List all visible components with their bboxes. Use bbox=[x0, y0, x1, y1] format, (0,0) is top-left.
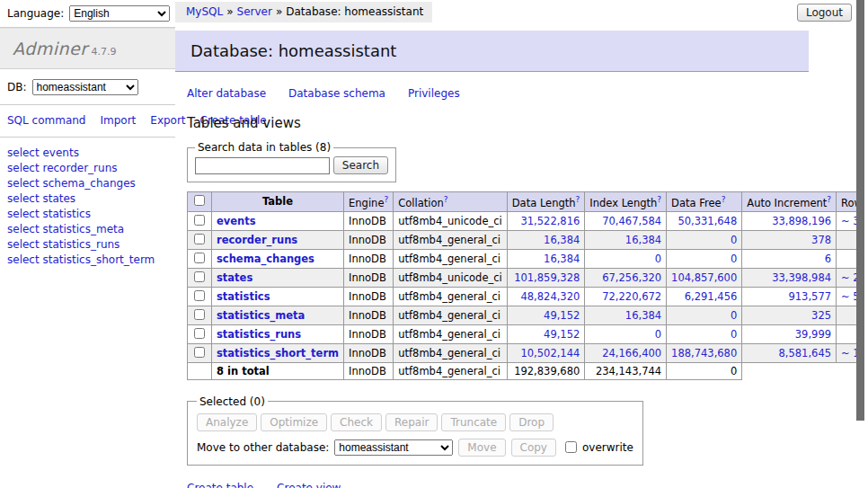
column-help-icon[interactable]: ? bbox=[827, 195, 831, 204]
db-label: DB: bbox=[7, 81, 27, 93]
sidebar-action-sql-command[interactable]: SQL command bbox=[7, 114, 85, 127]
data-free-cell: 6,291,456 bbox=[667, 287, 742, 306]
auto-increment-cell: 33,398,984 bbox=[742, 268, 837, 287]
column-help-icon[interactable]: ? bbox=[384, 195, 388, 204]
check-button[interactable]: Check bbox=[331, 413, 382, 431]
collation-cell: utf8mb4_general_ci bbox=[394, 306, 508, 324]
table-row: recorder_runsInnoDButf8mb4_general_ci16,… bbox=[188, 230, 868, 249]
table-link-schema_changes[interactable]: schema_changes bbox=[217, 253, 314, 265]
logout-button[interactable]: Logout bbox=[797, 4, 852, 22]
db-nav-alter-database[interactable]: Alter database bbox=[187, 87, 266, 100]
sidebar-select-events[interactable]: select events bbox=[7, 146, 175, 160]
row-checkbox[interactable] bbox=[194, 347, 205, 358]
selected-fieldset: Selected (0) AnalyzeOptimizeCheckRepairT… bbox=[187, 395, 643, 466]
collation-cell: utf8mb4_unicode_ci bbox=[394, 268, 508, 287]
row-checkbox[interactable] bbox=[194, 234, 205, 244]
table-link-events[interactable]: events bbox=[217, 215, 256, 227]
table-link-statistics_runs[interactable]: statistics_runs bbox=[217, 328, 301, 341]
search-button[interactable]: Search bbox=[333, 156, 388, 174]
auto-increment-cell: 913,577 bbox=[742, 287, 837, 306]
table-link-statistics_meta[interactable]: statistics_meta bbox=[217, 309, 305, 322]
breadcrumb-link-server[interactable]: Server bbox=[237, 5, 272, 18]
main-content: MySQL»Server»Database: homeassistant Log… bbox=[175, 0, 858, 488]
scrollbar-thumb[interactable] bbox=[856, 0, 864, 421]
sidebar: Language: English Adminer4.7.9 DB: homea… bbox=[0, 0, 175, 488]
table-link-states[interactable]: states bbox=[217, 271, 252, 284]
select-all-checkbox[interactable] bbox=[194, 195, 205, 206]
db-select[interactable]: homeassistant bbox=[32, 79, 138, 95]
column-help-icon[interactable]: ? bbox=[722, 195, 726, 204]
row-checkbox[interactable] bbox=[194, 271, 205, 282]
sidebar-action-import[interactable]: Import bbox=[100, 114, 136, 127]
table-link-recorder_runs[interactable]: recorder_runs bbox=[217, 234, 297, 246]
sidebar-select-statistics_runs[interactable]: select statistics_runs bbox=[7, 237, 175, 252]
move-button[interactable]: Move bbox=[458, 439, 505, 457]
language-select[interactable]: English bbox=[69, 5, 170, 22]
table-link-statistics[interactable]: statistics bbox=[217, 290, 270, 303]
engine-cell: InnoDB bbox=[344, 306, 394, 324]
repair-button[interactable]: Repair bbox=[385, 413, 438, 431]
table-header-row: TableEngine?Collation?Data Length?Index … bbox=[188, 192, 868, 212]
engine-cell: InnoDB bbox=[344, 268, 394, 287]
move-db-select[interactable]: homeassistant bbox=[334, 439, 453, 456]
tables-overview-table: TableEngine?Collation?Data Length?Index … bbox=[187, 191, 868, 380]
row-checkbox-cell bbox=[188, 249, 212, 268]
column-header-auto-increment: Auto Increment? bbox=[742, 192, 837, 212]
search-input[interactable] bbox=[195, 157, 330, 174]
analyze-button[interactable]: Analyze bbox=[197, 413, 257, 431]
db-selector-row: DB: homeassistant bbox=[0, 69, 175, 104]
tables-and-views-heading: Tables and views bbox=[187, 115, 858, 131]
engine-cell: InnoDB bbox=[344, 287, 394, 306]
table-name-cell: events bbox=[212, 211, 344, 230]
link-create-view[interactable]: Create view bbox=[277, 482, 341, 488]
drop-button[interactable]: Drop bbox=[509, 413, 554, 431]
overwrite-checkbox[interactable] bbox=[565, 441, 577, 453]
table-row: statistics_runsInnoDButf8mb4_general_ci4… bbox=[188, 324, 868, 343]
total-index-length-cell: 234,143,744 bbox=[585, 362, 667, 379]
total-spacer-cell bbox=[188, 362, 212, 379]
breadcrumb-current: Database: homeassistant bbox=[286, 5, 423, 18]
scrollbar-track[interactable] bbox=[858, 0, 868, 488]
db-nav-privileges[interactable]: Privileges bbox=[408, 87, 460, 100]
row-checkbox[interactable] bbox=[194, 215, 205, 226]
table-link-statistics_short_term[interactable]: statistics_short_term bbox=[217, 347, 339, 359]
breadcrumb-link-mysql[interactable]: MySQL bbox=[186, 5, 223, 18]
sidebar-select-statistics_short_term[interactable]: select statistics_short_term bbox=[7, 253, 175, 267]
engine-cell: InnoDB bbox=[344, 230, 394, 249]
sidebar-select-recorder_runs[interactable]: select recorder_runs bbox=[7, 161, 175, 175]
auto-increment-cell: 6 bbox=[742, 249, 837, 268]
optimize-button[interactable]: Optimize bbox=[261, 413, 327, 431]
copy-button[interactable]: Copy bbox=[511, 439, 556, 457]
sidebar-select-statistics[interactable]: select statistics bbox=[7, 207, 175, 221]
sidebar-select-statistics_meta[interactable]: select statistics_meta bbox=[7, 222, 175, 236]
row-checkbox[interactable] bbox=[194, 328, 205, 339]
table-row: statistics_metaInnoDButf8mb4_general_ci4… bbox=[188, 306, 868, 324]
truncate-button[interactable]: Truncate bbox=[441, 413, 506, 431]
table-name-cell: statistics_meta bbox=[212, 306, 344, 324]
sidebar-select-schema_changes[interactable]: select schema_changes bbox=[7, 176, 175, 191]
row-checkbox[interactable] bbox=[194, 290, 205, 301]
data-free-cell: 0 bbox=[667, 324, 742, 343]
index-length-cell: 70,467,584 bbox=[585, 211, 667, 230]
column-help-icon[interactable]: ? bbox=[657, 195, 661, 204]
table-row: statesInnoDButf8mb4_unicode_ci101,859,32… bbox=[188, 268, 868, 287]
auto-increment-cell: 33,898,196 bbox=[742, 211, 837, 230]
engine-cell: InnoDB bbox=[344, 211, 394, 230]
row-checkbox-cell bbox=[188, 230, 212, 249]
selected-legend: Selected (0) bbox=[197, 395, 268, 408]
row-checkbox[interactable] bbox=[194, 253, 205, 263]
data-length-cell: 49,152 bbox=[507, 306, 585, 324]
app-name[interactable]: Adminer bbox=[13, 39, 88, 58]
column-help-icon[interactable]: ? bbox=[444, 195, 448, 204]
db-nav-database-schema[interactable]: Database schema bbox=[288, 87, 385, 100]
auto-increment-cell: 325 bbox=[742, 306, 837, 324]
table-row: eventsInnoDButf8mb4_unicode_ci31,522,816… bbox=[188, 211, 868, 230]
table-name-cell: statistics_short_term bbox=[212, 343, 344, 362]
link-create-table[interactable]: Create table bbox=[187, 482, 253, 488]
column-help-icon[interactable]: ? bbox=[576, 195, 580, 204]
column-header-data-length: Data Length? bbox=[507, 192, 585, 212]
table-name-cell: recorder_runs bbox=[212, 230, 344, 249]
row-checkbox[interactable] bbox=[194, 309, 205, 320]
sidebar-select-states[interactable]: select states bbox=[7, 191, 175, 206]
total-data-length-cell: 192,839,680 bbox=[507, 362, 585, 379]
